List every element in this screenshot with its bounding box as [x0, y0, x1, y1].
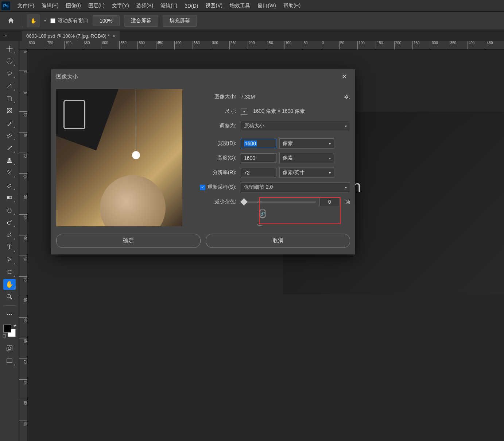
- shape-tool[interactable]: [3, 266, 16, 277]
- pen-tool[interactable]: [3, 229, 16, 240]
- gradient-tool[interactable]: [3, 192, 16, 203]
- dialog-titlebar[interactable]: 图像大小 ✕: [51, 69, 355, 84]
- type-icon: T: [7, 243, 11, 251]
- percent-label: %: [346, 199, 350, 205]
- dimensions-label: 尺寸:: [193, 108, 241, 115]
- screenmode-tool[interactable]: [3, 355, 16, 366]
- zoom-tool[interactable]: [3, 291, 16, 302]
- close-icon[interactable]: ✕: [339, 71, 350, 82]
- svg-rect-12: [7, 346, 12, 351]
- noise-value-input[interactable]: 0: [319, 198, 340, 206]
- brush-tool[interactable]: [3, 142, 16, 153]
- resolution-unit-select[interactable]: 像素/英寸▾: [279, 168, 334, 178]
- menu-file[interactable]: 文件(F): [14, 1, 38, 11]
- chevron-down-icon: ▾: [329, 171, 331, 175]
- menu-plugins[interactable]: 增效工具: [226, 1, 254, 11]
- color-swatches[interactable]: ⇄ ◱: [3, 324, 16, 338]
- hand-tool[interactable]: ✋: [3, 279, 16, 290]
- resample-method-select[interactable]: 保留细节 2.0▾: [241, 182, 350, 192]
- zoom-value-button[interactable]: 100%: [93, 15, 120, 26]
- crop-tool[interactable]: [3, 93, 16, 104]
- crop-icon: [6, 95, 13, 101]
- height-label: 高度(G):: [193, 155, 241, 161]
- ok-button[interactable]: 确定: [56, 234, 201, 248]
- frame-tool[interactable]: [3, 105, 16, 116]
- image-preview[interactable]: [56, 89, 182, 226]
- constrain-proportions-link[interactable]: 🔗: [256, 201, 268, 226]
- brush-icon: [6, 145, 13, 151]
- scroll-all-label: 滚动所有窗口: [58, 18, 88, 24]
- fill-screen-button[interactable]: 填充屏幕: [163, 15, 197, 27]
- menu-edit[interactable]: 编辑(E): [38, 1, 62, 11]
- chevron-down-icon: ▾: [329, 142, 331, 146]
- ps-logo: Ps: [1, 1, 10, 10]
- home-button[interactable]: [4, 14, 18, 27]
- eyedropper-tool[interactable]: [3, 118, 16, 129]
- noise-slider[interactable]: [241, 202, 316, 203]
- width-input[interactable]: 1600: [241, 139, 276, 148]
- foreground-color[interactable]: [3, 325, 11, 333]
- move-tool[interactable]: [3, 43, 16, 54]
- document-tab-title: 0003-L08.psd @ 100% (7.jpg, RGB/8) *: [26, 33, 110, 39]
- menu-window[interactable]: 窗口(W): [254, 1, 280, 11]
- quickmask-tool[interactable]: [3, 343, 16, 354]
- hand-tool-preset[interactable]: ✋: [27, 14, 40, 27]
- edit-toolbar[interactable]: ⋯: [3, 308, 16, 319]
- gear-icon[interactable]: ✲.: [344, 93, 350, 100]
- wand-icon: [6, 83, 13, 89]
- vertical-ruler[interactable]: 50510152025303540455055606570758085: [19, 50, 28, 441]
- dimensions-value: 1600 像素 × 1600 像素: [253, 108, 305, 115]
- width-unit-select[interactable]: 像素▾: [279, 138, 334, 149]
- path-select-tool[interactable]: [3, 254, 16, 265]
- menu-type[interactable]: 文字(Y): [108, 1, 133, 11]
- menu-3d[interactable]: 3D(D): [181, 1, 202, 10]
- menu-bar: Ps 文件(F) 编辑(E) 图像(I) 图层(L) 文字(Y) 选择(S) 滤…: [0, 0, 504, 12]
- history-brush-icon: [6, 169, 13, 176]
- height-unit-select[interactable]: 像素▾: [279, 153, 334, 163]
- marquee-tool[interactable]: [3, 55, 16, 66]
- quickmask-icon: [6, 345, 13, 352]
- dodge-tool[interactable]: [3, 217, 16, 228]
- history-brush-tool[interactable]: [3, 167, 16, 178]
- height-input[interactable]: 1600: [241, 153, 276, 163]
- document-tab[interactable]: 0003-L08.psd @ 100% (7.jpg, RGB/8) * ×: [22, 31, 120, 41]
- scroll-all-check[interactable]: [50, 18, 55, 23]
- menu-view[interactable]: 视图(V): [202, 1, 226, 11]
- expand-panels-icon[interactable]: »: [4, 33, 7, 38]
- reset-colors-icon[interactable]: ◱: [3, 334, 6, 338]
- home-icon: [7, 17, 15, 24]
- menu-select[interactable]: 选择(S): [133, 1, 157, 11]
- svg-point-10: [7, 294, 11, 298]
- dimensions-unit-dropdown[interactable]: ▾: [241, 108, 247, 115]
- type-tool[interactable]: T: [3, 242, 16, 253]
- blur-tool[interactable]: [3, 204, 16, 215]
- menu-image[interactable]: 图像(I): [62, 1, 85, 11]
- eraser-tool[interactable]: [3, 180, 16, 191]
- dots-icon: ⋯: [6, 310, 13, 318]
- document-tab-bar: 0003-L08.psd @ 100% (7.jpg, RGB/8) * ×: [0, 30, 504, 41]
- horizontal-ruler[interactable]: 8007507006506005505004504003503002502001…: [19, 41, 504, 50]
- fit-to-select[interactable]: 原稿大小▾: [241, 121, 350, 131]
- menu-layer[interactable]: 图层(L): [85, 1, 108, 11]
- menu-help[interactable]: 帮助(H): [280, 1, 304, 11]
- stamp-tool[interactable]: [3, 155, 16, 166]
- quick-select-tool[interactable]: [3, 80, 16, 91]
- resolution-input[interactable]: 72: [241, 168, 276, 177]
- toolbox: T ✋ ⋯ ⇄ ◱: [0, 41, 19, 441]
- menu-filter[interactable]: 滤镜(T): [157, 1, 181, 11]
- image-size-dialog: 图像大小 ✕ 图像大小: 7.32M ✲. 尺寸: ▾ 1600: [51, 69, 355, 254]
- chevron-down-icon[interactable]: ▾: [44, 19, 46, 23]
- swap-colors-icon[interactable]: ⇄: [13, 324, 16, 328]
- close-tab-icon[interactable]: ×: [113, 34, 115, 39]
- healing-tool[interactable]: [3, 130, 16, 141]
- svg-rect-6: [7, 196, 9, 199]
- frame-icon: [6, 107, 13, 114]
- resample-label: 重新采样(S):: [208, 184, 236, 191]
- lasso-tool[interactable]: [3, 68, 16, 79]
- cancel-button[interactable]: 取消: [206, 234, 350, 248]
- gradient-icon: [6, 194, 13, 201]
- resample-checkbox[interactable]: ✓: [200, 185, 205, 190]
- hand-icon: ✋: [5, 280, 13, 288]
- scroll-all-checkbox[interactable]: 滚动所有窗口: [50, 18, 88, 24]
- fit-screen-button[interactable]: 适合屏幕: [124, 15, 158, 27]
